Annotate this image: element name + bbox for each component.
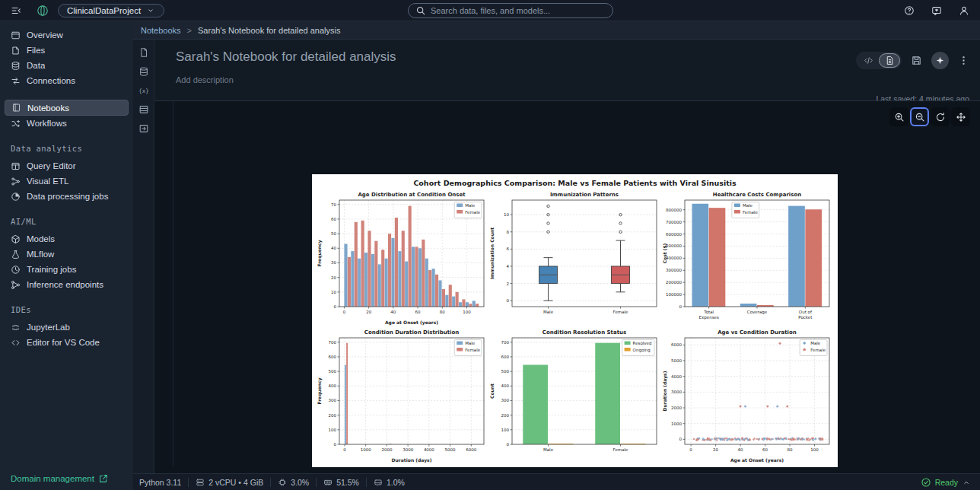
svg-text:Out of: Out of: [799, 310, 813, 314]
sidebar-item-data-processing-jobs[interactable]: Data processing jobs: [5, 189, 129, 204]
feedback-icon[interactable]: [931, 5, 942, 16]
zoom-out-button[interactable]: [910, 107, 929, 126]
svg-text:600: 600: [501, 355, 510, 359]
user-icon[interactable]: [959, 5, 969, 16]
subplot-healthcare-costs-bars: 0100000200000300000400000500000600000700…: [661, 189, 834, 327]
svg-text:30: 30: [331, 260, 336, 265]
project-selector[interactable]: ClinicalDataProject: [58, 4, 164, 18]
svg-text:600000: 600000: [666, 232, 682, 237]
svg-text:60: 60: [415, 310, 421, 314]
sidebar-item-label: JupyterLab: [27, 323, 70, 332]
svg-text:Female: Female: [465, 348, 481, 352]
global-search[interactable]: [408, 3, 613, 18]
ai-assistant-button[interactable]: [931, 52, 949, 69]
svg-text:Immunization Patterns: Immunization Patterns: [550, 192, 619, 198]
document-view-button[interactable]: [879, 53, 900, 68]
connections-icon: [11, 76, 21, 86]
statusbar-item-2-vcpu-4-gib[interactable]: 2 vCPU • 4 GiB: [196, 478, 263, 487]
domain-management-link[interactable]: Domain management: [11, 473, 109, 484]
sidebar-item-editor-for-vs-code[interactable]: Editor for VS Code: [5, 335, 129, 350]
svg-text:700000: 700000: [666, 220, 682, 224]
svg-text:4000: 4000: [671, 374, 682, 379]
sidebar-item-files[interactable]: Files: [5, 43, 129, 58]
svg-text:Frequency: Frequency: [317, 240, 323, 266]
statusbar-item-3-0-[interactable]: 3.0%: [278, 478, 309, 487]
svg-text:Male: Male: [465, 203, 476, 208]
svg-text:Duration (days): Duration (days): [392, 457, 432, 463]
svg-text:Cost ($): Cost ($): [662, 243, 667, 263]
sidebar-item-models[interactable]: Models: [5, 231, 129, 247]
variables-icon[interactable]: {x}: [138, 85, 149, 96]
add-description-field[interactable]: Add description: [176, 75, 234, 84]
svg-text:5000: 5000: [445, 447, 456, 452]
svg-text:80: 80: [788, 447, 793, 452]
svg-text:Condition Duration Distributio: Condition Duration Distribution: [364, 329, 459, 336]
sidebar-item-mlflow[interactable]: MLflow: [5, 247, 129, 262]
ready-label: Ready: [935, 478, 958, 487]
subplot-condition-duration-histogram: 0100200300400500600700010002000300040005…: [316, 327, 488, 465]
subplot-immunization-boxplot: 0246810MaleFemaleImmunization PatternsIm…: [488, 189, 661, 327]
sidebar: OverviewFilesDataConnectionsNotebooksWor…: [0, 21, 133, 490]
svg-text:40: 40: [738, 447, 743, 452]
ready-check-icon: [921, 477, 931, 488]
notebooks-icon: [11, 103, 21, 113]
sidebar-item-query-editor[interactable]: Query Editor: [5, 158, 129, 173]
statusbar-item-python-3-11[interactable]: Python 3.11: [139, 478, 181, 487]
sidebar-item-overview[interactable]: Overview: [5, 27, 129, 43]
svg-text:Female: Female: [810, 348, 826, 352]
svg-text:Ongoing: Ongoing: [633, 348, 651, 353]
svg-text:300: 300: [329, 398, 337, 402]
sidebar-item-label: Notebooks: [27, 103, 69, 113]
sidebar-item-workflows[interactable]: Workflows: [5, 116, 129, 131]
endpoints-icon: [11, 280, 21, 290]
svg-text:800000: 800000: [666, 208, 682, 212]
save-button[interactable]: [911, 55, 922, 66]
svg-text:Condition Resolution Status: Condition Resolution Status: [542, 329, 626, 336]
svg-text:Immunization Count: Immunization Count: [489, 228, 495, 279]
svg-text:Age Distribution at Condition: Age Distribution at Condition Onset: [358, 192, 466, 198]
svg-text:60: 60: [762, 447, 768, 452]
svg-text:2000: 2000: [671, 406, 682, 410]
svg-text:10: 10: [504, 212, 509, 217]
svg-text:Total: Total: [703, 310, 714, 314]
sidebar-item-label: Training jobs: [27, 265, 76, 274]
help-icon[interactable]: [904, 5, 915, 16]
statusbar-divider: [270, 478, 271, 487]
svg-text:0: 0: [507, 298, 510, 303]
search-input[interactable]: [431, 6, 606, 15]
statusbar-item-1-0-[interactable]: 1.0%: [374, 478, 405, 487]
page-icon[interactable]: [138, 47, 149, 58]
statusbar-item-label: 2 vCPU • 4 GiB: [208, 478, 263, 487]
sidebar-item-label: Query Editor: [27, 161, 76, 170]
svg-text:500: 500: [501, 369, 510, 374]
sidebar-item-data[interactable]: Data: [5, 58, 129, 73]
statusbar-item-51-5-[interactable]: 51.5%: [323, 478, 359, 487]
sidebar-item-inference-endpoints[interactable]: Inference endpoints: [5, 277, 129, 292]
topbar-actions: [904, 5, 969, 16]
svg-text:4000: 4000: [424, 447, 434, 452]
kernel-status[interactable]: Ready: [921, 477, 971, 488]
sidebar-item-jupyterlab[interactable]: JupyterLab: [5, 320, 129, 335]
database-icon[interactable]: [138, 66, 149, 77]
sidebar-item-training-jobs[interactable]: Training jobs: [5, 262, 129, 277]
svg-text:100: 100: [463, 310, 471, 314]
pan-button[interactable]: [951, 107, 970, 126]
sidebar-item-connections[interactable]: Connections: [5, 73, 129, 88]
breadcrumb-notebooks-link[interactable]: Notebooks: [141, 26, 181, 35]
open-panel-icon[interactable]: [138, 123, 149, 134]
view-toggle: [856, 52, 902, 69]
table-rows-icon[interactable]: [138, 104, 149, 115]
svg-text:1000: 1000: [671, 422, 682, 426]
breadcrumb: Notebooks > Sarah's Notebook for detaile…: [133, 21, 980, 40]
svg-text:Female: Female: [743, 210, 759, 215]
svg-text:300000: 300000: [666, 268, 682, 272]
sidebar-item-notebooks[interactable]: Notebooks: [5, 100, 129, 116]
zoom-in-button[interactable]: [889, 107, 908, 126]
svg-text:500000: 500000: [666, 243, 682, 248]
kebab-menu-icon[interactable]: [958, 55, 969, 66]
collapse-sidebar-icon[interactable]: [11, 5, 21, 16]
svg-text:6000: 6000: [466, 447, 476, 452]
sidebar-item-visual-etl[interactable]: Visual ETL: [5, 173, 129, 189]
reset-view-button[interactable]: [931, 107, 950, 126]
code-view-button[interactable]: [858, 53, 879, 68]
